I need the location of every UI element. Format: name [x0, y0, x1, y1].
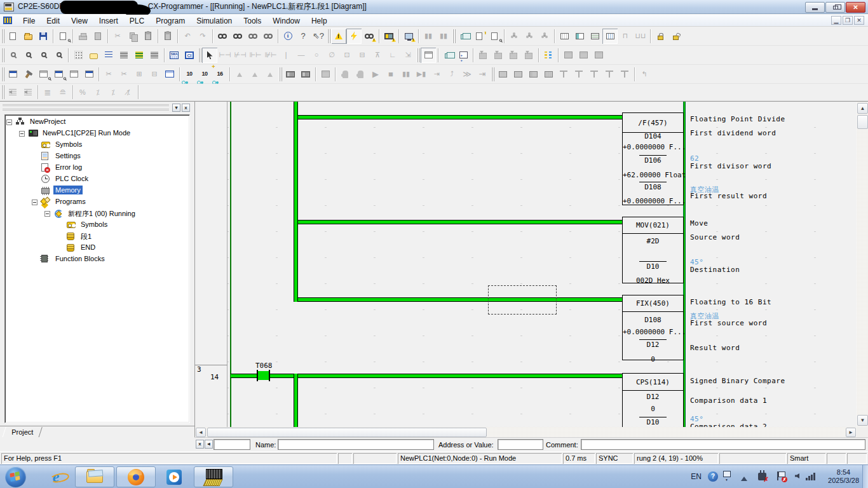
unlock-button[interactable] [668, 29, 683, 44]
diff-bars-button[interactable]: ⊔⊔ [633, 29, 648, 44]
vscroll-thumb[interactable] [857, 115, 868, 129]
cross-ref3-button[interactable]: ⊞ [132, 67, 147, 82]
horizontal-button[interactable]: — [294, 48, 309, 63]
show-desktop-button[interactable] [862, 465, 868, 488]
view-pair-button[interactable] [51, 67, 66, 82]
scroll-left-button[interactable]: ◄ [196, 428, 206, 437]
scroll-down-button[interactable]: ▼ [857, 415, 868, 426]
instruction-block-mov-021-[interactable]: MOV(021)#2DD10002D Hex [622, 217, 684, 283]
align-1-button[interactable]: ≣ [40, 85, 55, 100]
cross-ref4-button[interactable]: ⊟ [147, 67, 162, 82]
force-hand1-button[interactable] [337, 67, 353, 82]
panel-dropdown-button[interactable]: ▾ [172, 104, 180, 112]
plc-a-button[interactable] [283, 67, 298, 82]
contact-or-no-button[interactable]: ⊩⊢ [248, 48, 263, 63]
align-2-button[interactable]: ≘ [55, 85, 71, 100]
diff-step-button[interactable]: ⊓ [618, 29, 633, 44]
sim-pause-button[interactable]: ▮▮ [398, 67, 414, 82]
show-comments-button[interactable] [86, 48, 101, 63]
go-up3-button[interactable] [262, 67, 278, 82]
tchart-5-button[interactable] [617, 67, 632, 82]
new-button[interactable] [5, 29, 20, 44]
pause-monitor2-button[interactable]: ▮▮ [436, 29, 451, 44]
tree-label[interactable]: 段1 [79, 231, 93, 242]
tree-label[interactable]: Settings [53, 151, 83, 160]
coil-closed-button[interactable]: ∅ [324, 48, 339, 63]
indent-left-button[interactable] [5, 85, 20, 100]
menu-help[interactable]: Help [306, 15, 333, 27]
find-button[interactable] [215, 29, 230, 44]
print-button[interactable] [75, 29, 90, 44]
coil-button[interactable]: ○ [309, 48, 324, 63]
view-tools-button[interactable] [20, 67, 36, 82]
contact-nc-button[interactable]: ⊬⊣ [233, 48, 248, 63]
taskbar-media-player[interactable] [159, 466, 189, 487]
contact-or-nc-button[interactable]: ⊮⊢ [263, 48, 278, 63]
paste-button[interactable] [140, 29, 156, 44]
memc-3-button[interactable] [526, 67, 541, 82]
online-edit-button[interactable] [362, 29, 377, 44]
scroll-right-button[interactable]: ► [846, 428, 856, 437]
close-button[interactable]: ✕ [846, 2, 865, 13]
tab-project[interactable]: Project [2, 427, 43, 438]
address-input[interactable] [498, 439, 543, 450]
memc-2-button[interactable] [510, 67, 526, 82]
go-proj4-button[interactable] [521, 48, 536, 63]
diagram-window-icon[interactable] [3, 17, 12, 24]
transfer-up-button[interactable]: ⬆ [471, 29, 487, 44]
win-d-button[interactable] [318, 67, 333, 82]
panel-close-button[interactable]: x [182, 104, 190, 112]
menu-edit[interactable]: Edit [41, 15, 65, 27]
window-tray-icon[interactable] [723, 471, 731, 477]
redo-button[interactable]: ↷ [195, 29, 210, 44]
tree-label[interactable]: Programs [53, 197, 88, 206]
cut-button[interactable]: ✂ [110, 29, 125, 44]
win-b-button[interactable] [576, 48, 591, 63]
return-button[interactable]: ↰ [637, 67, 652, 82]
menu-insert[interactable]: Insert [93, 15, 124, 27]
print-preview-button[interactable] [90, 29, 105, 44]
tree-label[interactable]: NewPLC1[CP2E] Run Mode [41, 128, 132, 137]
transfer-to-plc-button[interactable] [381, 29, 397, 44]
tree-label[interactable]: Function Blocks [53, 254, 107, 263]
help-button[interactable]: ? [295, 29, 311, 44]
tree-label[interactable]: PLC Clock [53, 174, 90, 183]
horizontal-scrollbar[interactable]: ◄ ► [195, 427, 857, 438]
open-button[interactable] [20, 29, 36, 44]
go-proj2-button[interactable] [491, 48, 506, 63]
taskbar-cx-programmer[interactable] [194, 466, 233, 487]
plc-b-button[interactable] [298, 67, 313, 82]
cross-ref2-button[interactable]: ✂ [116, 67, 132, 82]
win-c-button[interactable] [591, 48, 606, 63]
sim-step-in-button[interactable]: ⇥ [429, 67, 444, 82]
memc-4-button[interactable] [541, 67, 556, 82]
win-a-button[interactable] [560, 48, 576, 63]
show-ci-button[interactable] [182, 48, 197, 63]
menu-tools[interactable]: Tools [238, 15, 267, 27]
help-tray-icon[interactable]: ? [708, 471, 718, 482]
tree-label[interactable]: Symbols [79, 220, 109, 229]
show-grid-button[interactable] [71, 48, 86, 63]
language-indicator[interactable]: EN [691, 472, 702, 481]
diff-1-button[interactable]: % [75, 85, 90, 100]
work-online-button[interactable] [346, 29, 362, 44]
copy-button[interactable] [125, 29, 140, 44]
browser-tree-button[interactable] [541, 48, 556, 63]
tree-label[interactable]: Memory [53, 186, 83, 194]
taskbar-windows-explorer[interactable] [75, 466, 114, 487]
view-props-button[interactable] [81, 67, 97, 82]
sim-step-button[interactable]: ▶▮ [414, 67, 429, 82]
addr-table-button[interactable] [162, 67, 177, 82]
tree-expand-box[interactable] [6, 119, 12, 125]
show-hidden-icons[interactable] [741, 473, 747, 481]
mem-view-2-button[interactable] [572, 29, 587, 44]
delete-mode-button[interactable]: ⇲ [400, 48, 416, 63]
show-rung-list-button[interactable] [101, 48, 116, 63]
pause-monitor-button[interactable]: ▮▮ [421, 29, 436, 44]
minimize-button[interactable] [805, 2, 825, 13]
taskbar-internet-explorer[interactable]: e [41, 466, 71, 487]
instruction-block--f-457-[interactable]: /F(457)D104+0.0000000 F...D106+62.00000 … [622, 112, 684, 205]
show-monitor-sma-button[interactable] [166, 48, 182, 63]
addrbar-prev-button[interactable]: ◂ [205, 440, 213, 449]
monitor-dec-signed-button[interactable]: 10 [197, 67, 212, 82]
